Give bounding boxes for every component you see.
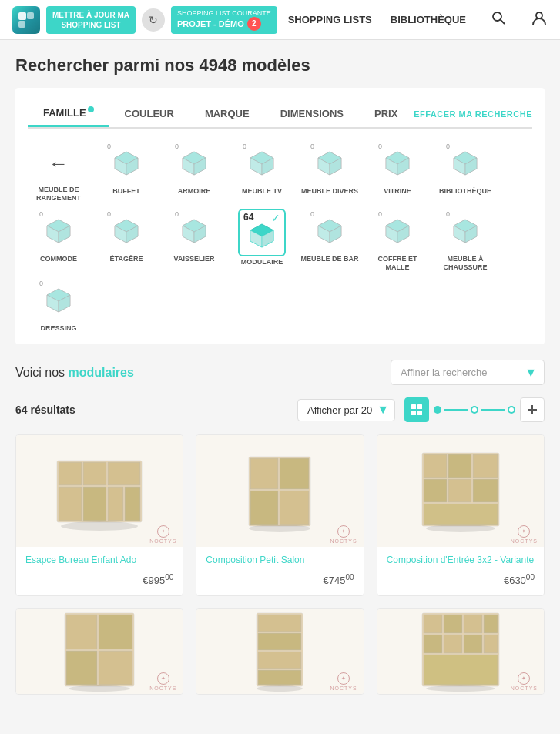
slider-line-2 xyxy=(481,409,505,411)
product-thumbnail-3 xyxy=(411,445,511,538)
category-meuble-bar[interactable]: 0 MEUBLE DE BAR xyxy=(299,209,360,263)
product-name-1: Esapce Bureau Enfant Ado xyxy=(25,555,173,567)
svg-point-82 xyxy=(249,525,310,532)
svg-rect-81 xyxy=(280,491,309,525)
svg-rect-96 xyxy=(99,651,132,685)
svg-point-103 xyxy=(257,685,303,692)
category-label-commode: COMMODE xyxy=(40,255,77,263)
grid-view-button[interactable] xyxy=(404,397,429,422)
account-icon[interactable] xyxy=(531,9,548,30)
svg-rect-108 xyxy=(484,615,498,633)
category-label-modulaire: MODULAIRE xyxy=(241,258,283,266)
category-label-armoire: ARMOIRE xyxy=(178,187,211,196)
plus-icon xyxy=(526,404,538,416)
noctys-watermark-1: ✦ NOCTYS xyxy=(149,525,176,544)
tab-marque[interactable]: MARQUE xyxy=(189,100,265,127)
product-image-3: ✦ NOCTYS xyxy=(377,435,544,547)
tab-couleur[interactable]: COULEUR xyxy=(109,100,189,127)
zoom-slider[interactable] xyxy=(434,406,515,414)
svg-point-114 xyxy=(426,685,495,692)
svg-rect-73 xyxy=(83,487,106,521)
svg-rect-72 xyxy=(59,487,82,521)
product-card-4[interactable]: ✦ NOCTYS xyxy=(15,608,183,695)
list-view-button[interactable] xyxy=(520,397,545,422)
back-button[interactable]: ← MEUBLE DERANGEMENT xyxy=(28,141,89,203)
category-label-dressing: DRESSING xyxy=(40,324,76,333)
category-etagere[interactable]: 0 ÉTAGÈRE xyxy=(96,209,157,263)
category-meuble-tv[interactable]: 0 MEUBLE TV xyxy=(231,141,293,196)
product-thumbnail-4 xyxy=(49,609,149,694)
category-meuble-divers[interactable]: 0 MEUBLE DIVERS xyxy=(299,141,360,196)
category-vitrine[interactable]: 0 VITRINE xyxy=(367,141,428,196)
product-card-1[interactable]: ✦ NOCTYS Esapce Bureau Enfant Ado €99500 xyxy=(15,434,183,596)
tab-prix[interactable]: PRIX xyxy=(359,100,413,127)
tab-dimensions[interactable]: DIMENSIONS xyxy=(265,100,359,127)
svg-rect-90 xyxy=(424,504,498,525)
search-icon[interactable] xyxy=(491,10,506,29)
noctys-watermark-5: ✦ NOCTYS xyxy=(330,672,357,691)
category-label-meuble-tv: MEUBLE TV xyxy=(242,187,282,196)
header: METTRE À JOUR MASHOPPING LIST ↻ SHOPPING… xyxy=(0,0,560,40)
svg-rect-94 xyxy=(99,615,132,649)
noctys-watermark-6: ✦ NOCTYS xyxy=(511,672,538,691)
famille-dot xyxy=(88,106,94,112)
svg-rect-99 xyxy=(258,615,301,632)
view-controls xyxy=(404,397,545,422)
category-buffet[interactable]: 0 BUFFET xyxy=(96,141,157,196)
category-meuble-chaussure[interactable]: 0 MEUBLE À CHAUSSURE xyxy=(434,209,496,272)
svg-point-91 xyxy=(426,525,495,532)
svg-rect-78 xyxy=(250,458,278,489)
nav-bibliotheque[interactable]: BIBLIOTHÈQUE xyxy=(391,14,466,25)
svg-rect-87 xyxy=(424,479,447,502)
project-badge: 2 xyxy=(247,17,261,31)
product-card-3[interactable]: ✦ NOCTYS Composition d'Entrée 3x2 - Vari… xyxy=(377,434,545,596)
product-price-2: €74500 xyxy=(206,573,354,586)
svg-rect-113 xyxy=(424,655,498,685)
category-vaisselier[interactable]: 0 VAISSELIER xyxy=(163,209,225,263)
update-shopping-list-button[interactable]: METTRE À JOUR MASHOPPING LIST xyxy=(46,6,136,34)
svg-rect-63 xyxy=(417,404,422,409)
logo[interactable] xyxy=(12,6,40,34)
svg-rect-102 xyxy=(258,670,301,685)
project-name: PROJET - DÉMO xyxy=(177,19,244,28)
refine-search-select[interactable]: Affiner la recherche xyxy=(391,360,545,385)
svg-rect-1 xyxy=(27,12,34,19)
category-armoire[interactable]: 0 ARMOIRE xyxy=(163,141,225,196)
noctys-watermark-2: ✦ NOCTYS xyxy=(330,525,357,544)
category-label-bibliotheque: BIBLIOTHÈQUE xyxy=(439,187,491,196)
svg-rect-69 xyxy=(59,462,82,485)
tab-famille[interactable]: FAMILLE xyxy=(28,100,109,127)
category-coffre-malle[interactable]: 0 COFFRE ET MALLE xyxy=(367,209,428,272)
product-card-5[interactable]: ✦ NOCTYS xyxy=(196,608,364,695)
svg-rect-70 xyxy=(83,462,106,485)
svg-rect-100 xyxy=(258,633,301,650)
svg-rect-79 xyxy=(280,458,309,489)
noctys-watermark-3: ✦ NOCTYS xyxy=(511,525,538,544)
category-label-buffet: BUFFET xyxy=(112,187,140,196)
refresh-button[interactable]: ↻ xyxy=(142,8,165,32)
svg-line-4 xyxy=(501,20,505,24)
svg-rect-2 xyxy=(18,21,25,28)
display-per-page-wrapper: Afficher par 20 ▼ xyxy=(297,399,395,421)
product-card-6[interactable]: ✦ NOCTYS xyxy=(377,608,545,695)
back-arrow-icon: ← xyxy=(49,141,69,186)
slider-dot-filled xyxy=(434,406,441,414)
product-card-2[interactable]: ✦ NOCTYS Composition Petit Salon €74500 xyxy=(196,434,364,596)
slider-dot-outline xyxy=(471,406,478,414)
product-image-6: ✦ NOCTYS xyxy=(377,609,544,694)
nav-shopping-lists[interactable]: SHOPPING LISTS xyxy=(288,14,372,25)
clear-search-button[interactable]: EFFACER MA RECHERCHE xyxy=(414,100,532,127)
svg-rect-71 xyxy=(108,462,140,485)
category-dressing[interactable]: 0 DRESSING xyxy=(28,278,89,333)
svg-rect-65 xyxy=(417,411,422,415)
category-commode[interactable]: 0 COMMODE xyxy=(28,209,89,263)
category-modulaire[interactable]: 64 ✓ MODULAIRE xyxy=(231,209,293,266)
current-shopping-list[interactable]: SHOPPING LIST COURANTE PROJET - DÉMO 2 xyxy=(171,6,277,34)
display-per-page-select[interactable]: Afficher par 20 xyxy=(297,399,395,421)
category-bibliotheque[interactable]: 0 BIBLIOTHÈQUE xyxy=(434,141,496,196)
main-nav: SHOPPING LISTS BIBLIOTHÈQUE xyxy=(288,9,548,30)
product-thumbnail-2 xyxy=(230,445,330,538)
product-info-1: Esapce Bureau Enfant Ado €99500 xyxy=(16,547,183,595)
results-category-link[interactable]: modulaires xyxy=(69,366,134,379)
product-price-1: €99500 xyxy=(25,573,173,586)
